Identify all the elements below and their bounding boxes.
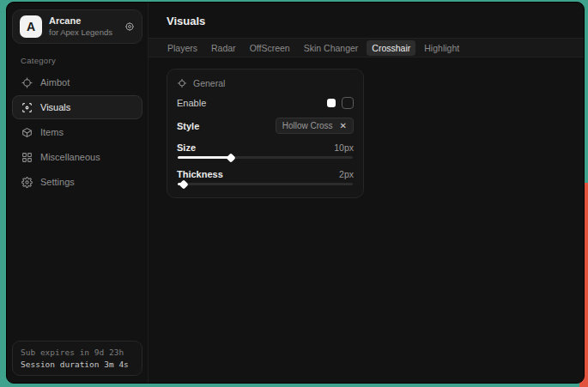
size-slider-thumb[interactable] [227, 153, 236, 162]
tab-bar: Players Radar OffScreen Skin Changer Cro… [149, 38, 584, 57]
gear-icon [21, 177, 33, 188]
thickness-label: Thickness [177, 169, 223, 179]
main-content: Visuals Players Radar OffScreen Skin Cha… [149, 3, 584, 383]
size-slider-fill [178, 156, 230, 159]
size-slider[interactable] [178, 156, 353, 159]
sidebar-item-settings[interactable]: Settings [12, 170, 142, 194]
target-icon[interactable] [124, 21, 135, 32]
sidebar-item-miscellaneous[interactable]: Miscellaneous [12, 145, 142, 169]
thickness-row: Thickness 2px [177, 169, 354, 179]
sidebar: A Arcane for Apex Legends Category [7, 3, 149, 383]
remove-style-icon[interactable]: ✕ [340, 122, 347, 130]
desktop-background-red-corner [579, 382, 588, 387]
grid-icon [21, 152, 33, 163]
sub-expiry-text: Sub expires in 9d 23h [21, 348, 134, 357]
subscription-card: Sub expires in 9d 23h Session duration 3… [12, 341, 142, 376]
tab-offscreen[interactable]: OffScreen [245, 40, 295, 56]
tab-players[interactable]: Players [162, 40, 203, 56]
size-row: Size 10px [177, 142, 354, 153]
brand-text: Arcane for Apex Legends [49, 15, 118, 38]
sidebar-item-label: Items [40, 127, 64, 137]
session-duration-text: Session duration 3m 4s [21, 360, 134, 369]
panel-header: General [177, 78, 354, 88]
category-label: Category [21, 56, 142, 65]
brand-subtitle: for Apex Legends [49, 27, 118, 38]
box-icon [21, 127, 33, 138]
color-swatch[interactable] [327, 99, 336, 107]
app-window: A Arcane for Apex Legends Category [6, 2, 585, 384]
sidebar-item-label: Settings [40, 177, 75, 187]
page-title: Visuals [167, 15, 584, 27]
tab-crosshair[interactable]: Crosshair [367, 40, 415, 56]
sidebar-item-items[interactable]: Items [12, 120, 142, 144]
sidebar-item-visuals[interactable]: Visuals [12, 95, 142, 119]
sidebar-item-label: Aimbot [40, 77, 70, 88]
style-row: Style Hollow Cross ✕ [177, 118, 354, 134]
enable-row: Enable [177, 97, 354, 109]
tab-skin-changer[interactable]: Skin Changer [299, 40, 364, 56]
thickness-slider[interactable] [178, 183, 353, 185]
sidebar-item-aimbot[interactable]: Aimbot [12, 70, 142, 94]
crosshair-icon [21, 77, 33, 88]
brand-card: A Arcane for Apex Legends [12, 9, 142, 44]
thickness-slider-thumb[interactable] [179, 179, 188, 189]
crosshair-scan-icon [177, 78, 187, 88]
brand-title: Arcane [49, 15, 118, 27]
thickness-value: 2px [339, 169, 354, 179]
general-panel: General Enable Style Hollow Cross ✕ Size… [167, 69, 364, 198]
enable-checkbox[interactable] [342, 97, 354, 109]
style-tag[interactable]: Hollow Cross ✕ [276, 118, 354, 134]
tab-radar[interactable]: Radar [206, 40, 241, 56]
panel-title: General [193, 78, 225, 88]
brand-logo: A [20, 15, 42, 38]
sidebar-item-label: Miscellaneous [40, 152, 100, 162]
sidebar-item-label: Visuals [40, 102, 70, 112]
tab-highlight[interactable]: Highlight [419, 40, 464, 56]
size-label: Size [177, 142, 196, 153]
eye-scan-icon [21, 102, 33, 113]
size-value: 10px [334, 142, 354, 153]
style-label: Style [177, 121, 199, 131]
style-value: Hollow Cross [282, 121, 333, 130]
enable-label: Enable [177, 98, 206, 108]
